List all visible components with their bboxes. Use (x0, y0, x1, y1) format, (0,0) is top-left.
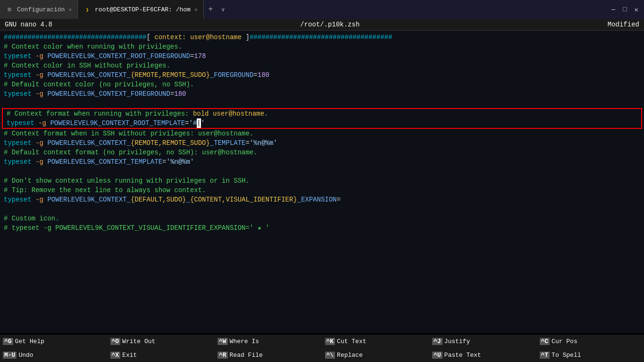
minimize-button[interactable]: — (611, 6, 615, 14)
label-write-out: Write Out (122, 338, 155, 345)
key-get-help: ^G (3, 338, 13, 345)
shortcut-read-file: ^R Read File (215, 348, 322, 362)
editor-line-2: # Context color when running with privil… (0, 42, 644, 51)
editor-line-3: typeset -g POWERLEVEL9K_CONTEXT_ROOT_FOR… (0, 51, 644, 61)
key-cut-text: ^K (325, 338, 335, 345)
gear-icon (6, 6, 13, 13)
editor-line-21: # typeset -g POWERLEVEL9K_CONTEXT_VISUAL… (0, 223, 644, 233)
key-to-spell: ^T (540, 352, 550, 359)
label-undo: Undo (18, 352, 33, 359)
shortcut-where-is: ^W Where Is (215, 335, 322, 348)
key-where-is: ^W (217, 338, 228, 345)
nano-file-name: /root/.p10k.zsh (300, 21, 360, 28)
nano-app-name: GNU nano 4.8 (5, 21, 52, 28)
key-write-out: ^O (110, 338, 121, 345)
maximize-button[interactable]: □ (623, 6, 627, 14)
close-tab-configuracion[interactable]: ✕ (68, 7, 72, 13)
label-to-spell: To Spell (552, 352, 581, 359)
label-read-file: Read File (230, 352, 263, 359)
nano-status: Modified (608, 21, 639, 28)
label-cut-text: Cut Text (337, 338, 366, 345)
shortcut-to-spell: ^T To Spell (537, 348, 644, 362)
label-justify: Justify (444, 338, 470, 345)
shortcut-paste-text: ^U Paste Text (429, 348, 537, 362)
editor-line-5: typeset -g POWERLEVEL9K_CONTEXT_{REMOTE,… (0, 70, 644, 80)
label-exit: Exit (122, 352, 137, 359)
editor-line-8 (0, 99, 644, 108)
titlebar: Configuración ✕ root@DESKTOP-EF6CFAR: /h… (0, 0, 644, 19)
tab-terminal-label: root@DESKTOP-EF6CFAR: /hom (95, 6, 191, 13)
editor: ####################################[ co… (0, 31, 644, 333)
shortcut-cut-text: ^K Cut Text (322, 335, 430, 348)
line-content: #################################### (4, 33, 146, 42)
key-replace: ^\ (325, 352, 335, 359)
shortcut-get-help: ^G Get Help (0, 335, 108, 348)
label-replace: Replace (337, 352, 363, 359)
tab-configuracion-label: Configuración (17, 6, 65, 13)
shortcut-replace: ^\ Replace (322, 348, 430, 362)
editor-line-12: typeset -g POWERLEVEL9K_CONTEXT_{REMOTE,… (0, 138, 644, 148)
editor-line-7: typeset -g POWERLEVEL9K_CONTEXT_FOREGROU… (0, 89, 644, 99)
nano-header: GNU nano 4.8 /root/.p10k.zsh Modified (0, 19, 644, 31)
editor-line-4: # Context color in SSH without privilege… (0, 61, 644, 70)
cursor: | (197, 118, 201, 128)
shortcut-undo: M-U Undo (0, 348, 108, 362)
editor-line-1: ####################################[ co… (0, 33, 644, 42)
label-get-help: Get Help (15, 338, 44, 345)
key-cur-pos: ^C (540, 338, 550, 345)
close-tab-terminal[interactable]: ✕ (194, 7, 198, 13)
close-button[interactable]: ✕ (635, 6, 638, 14)
editor-line-18: typeset -g POWERLEVEL9K_CONTEXT_{DEFAULT… (0, 195, 644, 204)
tab-chevron[interactable]: ∨ (217, 0, 228, 19)
editor-line-11: # Context format when in SSH without pri… (0, 129, 644, 138)
key-paste-text: ^U (432, 352, 443, 359)
editor-line-13: # Default context format (no privileges,… (0, 148, 644, 157)
shortcut-exit: ^X Exit (108, 348, 215, 362)
editor-line-17: # Tip: Remove the next line to always sh… (0, 185, 644, 195)
label-where-is: Where Is (230, 338, 259, 345)
editor-line-16: # Don't show context unless running with… (0, 176, 644, 185)
highlighted-block: # Context format when running with privi… (2, 108, 642, 129)
shortcut-justify: ^J Justify (429, 335, 537, 348)
tab-configuracion[interactable]: Configuración ✕ (0, 0, 78, 19)
key-undo: M-U (3, 352, 17, 359)
label-paste-text: Paste Text (444, 352, 481, 359)
tab-terminal[interactable]: root@DESKTOP-EF6CFAR: /hom ✕ (78, 0, 203, 19)
terminal-icon (84, 6, 91, 13)
editor-line-20: # Custom icon. (0, 214, 644, 223)
key-exit: ^X (110, 352, 121, 359)
window-controls: — □ ✕ (611, 6, 644, 14)
editor-line-14: typeset -g POWERLEVEL9K_CONTEXT_TEMPLATE… (0, 157, 644, 167)
shortcut-cur-pos: ^C Cur Pos (537, 335, 644, 348)
key-justify: ^J (432, 338, 443, 345)
shortcut-write-out: ^O Write Out (108, 335, 215, 348)
editor-line-9: # Context format when running with privi… (3, 109, 641, 118)
editor-line-19 (0, 204, 644, 214)
key-read-file: ^R (217, 352, 228, 359)
new-tab-button[interactable]: + (204, 0, 218, 19)
editor-line-15 (0, 167, 644, 176)
editor-line-10: typeset -g POWERLEVEL9K_CONTEXT_ROOT_TEM… (3, 118, 641, 128)
label-cur-pos: Cur Pos (552, 338, 577, 345)
editor-line-6: # Default context color (no privileges, … (0, 80, 644, 89)
bottom-bar: ^G Get Help ^O Write Out ^W Where Is ^K … (0, 335, 644, 362)
